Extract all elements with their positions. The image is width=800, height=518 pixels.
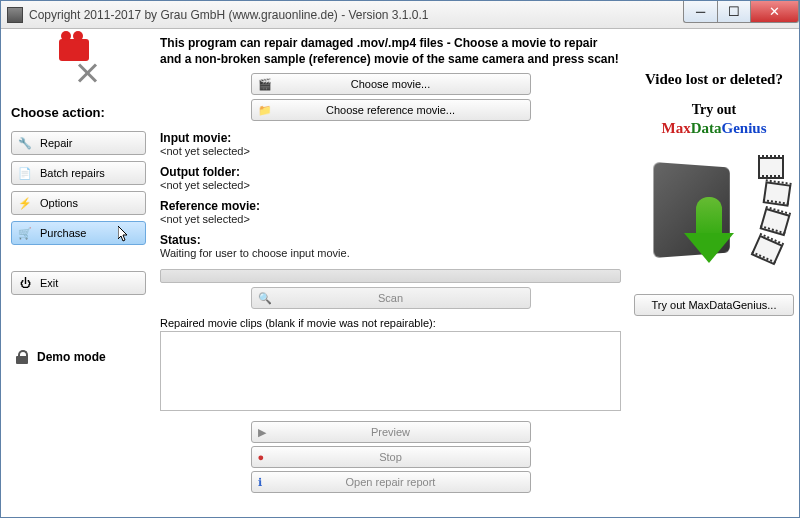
film-icon: 🎬 <box>258 78 272 91</box>
magnifier-icon: 🔍 <box>258 292 272 305</box>
power-icon: ⏻ <box>18 276 32 290</box>
clips-listbox[interactable] <box>160 331 621 411</box>
input-movie-label: Input movie: <box>160 131 621 145</box>
stop-icon: ● <box>258 451 265 463</box>
ad-graphic <box>644 147 784 282</box>
ad-brand: MaxDataGenius <box>661 120 766 137</box>
try-maxdatagenius-button[interactable]: Try out MaxDataGenius... <box>634 294 794 316</box>
reference-movie-label: Reference movie: <box>160 199 621 213</box>
choose-movie-label: Choose movie... <box>351 78 430 90</box>
app-icon <box>7 7 23 23</box>
description-text: This program can repair damaged .mov/.mp… <box>160 35 621 73</box>
titlebar-text: Copyright 2011-2017 by Grau GmbH (www.gr… <box>29 8 683 22</box>
lock-icon <box>15 350 29 364</box>
demo-label: Demo mode <box>37 350 106 364</box>
preview-button[interactable]: ▶ Preview <box>251 421 531 443</box>
reference-movie-value: <not yet selected> <box>160 213 621 225</box>
open-report-button[interactable]: ℹ Open repair report <box>251 471 531 493</box>
purchase-label: Purchase <box>40 227 86 239</box>
repair-label: Repair <box>40 137 72 149</box>
titlebar[interactable]: Copyright 2011-2017 by Grau GmbH (www.gr… <box>1 1 799 29</box>
batch-repairs-button[interactable]: 📄 Batch repairs <box>11 161 146 185</box>
input-movie-value: <not yet selected> <box>160 145 621 157</box>
status-label: Status: <box>160 233 621 247</box>
app-window: Copyright 2011-2017 by Grau GmbH (www.gr… <box>0 0 800 518</box>
status-value: Waiting for user to choose input movie. <box>160 247 621 259</box>
output-folder-value: <not yet selected> <box>160 179 621 191</box>
open-report-label: Open repair report <box>346 476 436 488</box>
clips-label: Repaired movie clips (blank if movie was… <box>160 317 621 329</box>
play-icon: ▶ <box>258 426 266 439</box>
app-logo <box>54 39 104 89</box>
preview-label: Preview <box>371 426 410 438</box>
close-button[interactable]: ✕ <box>751 1 799 23</box>
maximize-button[interactable]: ☐ <box>717 1 751 23</box>
stop-label: Stop <box>379 451 402 463</box>
exit-button[interactable]: ⏻ Exit <box>11 271 146 295</box>
lightning-icon: ⚡ <box>18 196 32 210</box>
ad-subhead: Try out <box>692 102 736 118</box>
stop-button[interactable]: ● Stop <box>251 446 531 468</box>
sidebar-title: Choose action: <box>11 105 146 120</box>
batch-label: Batch repairs <box>40 167 105 179</box>
purchase-button[interactable]: 🛒 Purchase <box>11 221 146 245</box>
choose-reference-button[interactable]: 📁 Choose reference movie... <box>251 99 531 121</box>
document-icon: 📄 <box>18 166 32 180</box>
options-button[interactable]: ⚡ Options <box>11 191 146 215</box>
exit-label: Exit <box>40 277 58 289</box>
ad-button-label: Try out MaxDataGenius... <box>652 299 777 311</box>
repair-button[interactable]: 🔧 Repair <box>11 131 146 155</box>
sidebar: Choose action: 🔧 Repair 📄 Batch repairs … <box>1 29 156 517</box>
demo-mode-indicator: Demo mode <box>7 350 150 364</box>
scan-button[interactable]: 🔍 Scan <box>251 287 531 309</box>
main-panel: This program can repair damaged .mov/.mp… <box>156 29 629 517</box>
ad-panel: Video lost or deleted? Try out MaxDataGe… <box>629 29 799 517</box>
info-icon: ℹ <box>258 476 262 489</box>
choose-movie-button[interactable]: 🎬 Choose movie... <box>251 73 531 95</box>
scan-label: Scan <box>378 292 403 304</box>
options-label: Options <box>40 197 78 209</box>
choose-ref-label: Choose reference movie... <box>326 104 455 116</box>
progress-bar <box>160 269 621 283</box>
output-folder-label: Output folder: <box>160 165 621 179</box>
minimize-button[interactable]: ─ <box>683 1 717 23</box>
ad-headline: Video lost or deleted? <box>645 71 783 88</box>
wrench-icon: 🔧 <box>18 136 32 150</box>
cart-icon: 🛒 <box>18 226 32 240</box>
folder-icon: 📁 <box>258 104 272 117</box>
